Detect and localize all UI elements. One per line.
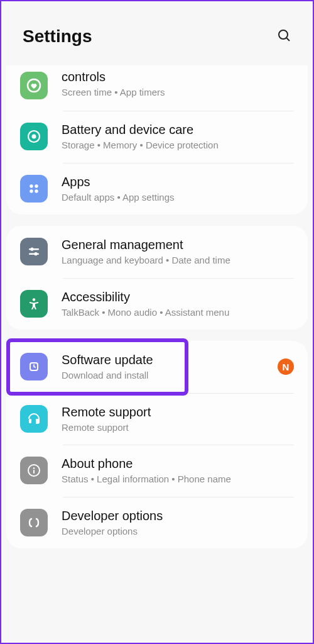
settings-item-info[interactable]: About phoneStatus • Legal information • …: [6, 445, 308, 497]
settings-item-support[interactable]: Remote supportRemote support: [6, 393, 308, 445]
svg-line-1: [287, 38, 290, 42]
dev-icon: [20, 509, 48, 536]
item-subtitle: TalkBack • Mono audio • Assistant menu: [62, 306, 294, 319]
settings-group: General managementLanguage and keyboard …: [6, 226, 308, 330]
item-subtitle: Status • Legal information • Phone name: [62, 473, 294, 486]
svg-point-12: [34, 252, 37, 255]
svg-rect-15: [29, 419, 31, 423]
svg-point-7: [30, 189, 33, 192]
svg-rect-19: [33, 470, 35, 474]
item-title: General management: [62, 237, 294, 253]
svg-point-5: [30, 184, 33, 187]
battery-icon: [20, 123, 48, 150]
svg-point-8: [35, 189, 38, 192]
new-badge: N: [278, 358, 294, 375]
item-title: Software update: [62, 352, 271, 368]
settings-item-sliders[interactable]: General managementLanguage and keyboard …: [6, 226, 308, 278]
settings-item-battery[interactable]: Battery and device careStorage • Memory …: [6, 111, 308, 163]
settings-screen: Settings controlsScreen time • App timer…: [0, 0, 314, 644]
page-title: Settings: [23, 26, 92, 47]
svg-point-6: [35, 184, 38, 187]
settings-group: Software updateDownload and installNRemo…: [6, 341, 308, 548]
item-title: Developer options: [62, 508, 294, 524]
accessibility-icon: [20, 290, 48, 318]
info-icon: [20, 457, 48, 484]
item-title: controls: [62, 69, 294, 85]
item-title: Apps: [62, 174, 294, 190]
settings-item-heart[interactable]: controlsScreen time • App timers: [6, 65, 308, 111]
settings-item-update[interactable]: Software updateDownload and installN: [6, 341, 308, 393]
item-subtitle: Remote support: [62, 421, 294, 434]
settings-item-accessibility[interactable]: AccessibilityTalkBack • Mono audio • Ass…: [6, 278, 308, 330]
svg-rect-16: [36, 419, 39, 423]
item-subtitle: Developer options: [62, 525, 294, 538]
update-icon: [20, 353, 48, 380]
svg-point-13: [33, 298, 35, 301]
support-icon: [20, 405, 48, 433]
header: Settings: [1, 1, 313, 65]
item-subtitle: Storage • Memory • Device protection: [62, 139, 294, 152]
svg-rect-10: [29, 253, 39, 255]
svg-point-0: [279, 30, 288, 39]
item-title: Accessibility: [62, 289, 294, 305]
item-subtitle: Download and install: [62, 369, 271, 382]
settings-group: controlsScreen time • App timersBattery …: [6, 65, 308, 214]
apps-icon: [20, 175, 48, 203]
sliders-icon: [20, 238, 48, 265]
item-title: About phone: [62, 456, 294, 472]
svg-rect-9: [29, 248, 39, 250]
svg-point-18: [33, 467, 35, 469]
heart-icon: [20, 72, 48, 99]
svg-point-11: [30, 248, 33, 251]
item-subtitle: Screen time • App timers: [62, 86, 294, 99]
item-title: Remote support: [62, 404, 294, 420]
item-subtitle: Language and keyboard • Date and time: [62, 254, 294, 267]
item-title: Battery and device care: [62, 122, 294, 138]
settings-item-dev[interactable]: Developer optionsDeveloper options: [6, 497, 308, 549]
settings-item-apps[interactable]: AppsDefault apps • App settings: [6, 163, 308, 215]
item-subtitle: Default apps • App settings: [62, 191, 294, 204]
search-icon[interactable]: [276, 28, 291, 45]
svg-point-4: [32, 135, 36, 139]
